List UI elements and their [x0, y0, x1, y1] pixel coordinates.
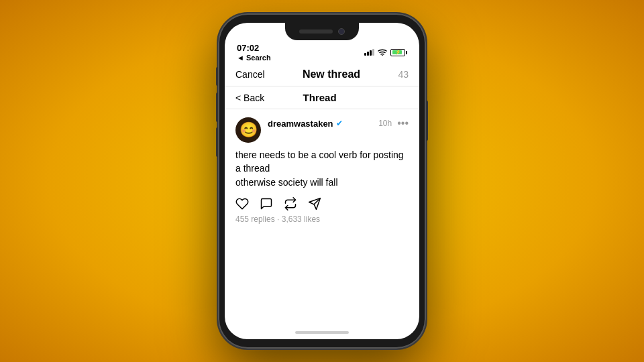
status-time: 07:02 [237, 43, 271, 53]
post-meta: dreamwastaken ✔ 10h ••• [268, 117, 409, 129]
speaker [299, 29, 333, 34]
post-time: 10h [378, 119, 392, 128]
home-indicator [225, 326, 419, 339]
post-header: 😊 dreamwastaken ✔ 10h ••• [235, 117, 409, 143]
avatar-image: 😊 [239, 121, 258, 139]
post-area: 😊 dreamwastaken ✔ 10h ••• there needs to… [225, 109, 419, 326]
phone-screen: 07:02 ◄ Search [225, 23, 419, 339]
back-button[interactable]: < Back [235, 93, 264, 103]
action-bar [235, 197, 409, 210]
avatar[interactable]: 😊 [235, 117, 261, 143]
front-camera [338, 28, 345, 35]
volume-up-button [216, 93, 218, 122]
share-button[interactable] [308, 197, 321, 210]
cancel-button[interactable]: Cancel [235, 69, 265, 80]
signal-bar-3 [370, 50, 372, 56]
volume-down-button [216, 127, 218, 157]
char-count: 43 [398, 69, 409, 80]
svg-point-0 [382, 54, 383, 55]
signal-bar-4 [372, 49, 374, 56]
post-stats: 455 replies · 3,633 likes [235, 215, 409, 224]
repost-button[interactable] [284, 197, 297, 210]
signal-bar-2 [367, 52, 369, 56]
post-text-line2: otherwise society will fall [235, 177, 338, 188]
comment-button[interactable] [260, 197, 273, 210]
wifi-icon [378, 48, 387, 57]
battery-icon: ⚡ [390, 49, 407, 56]
new-thread-header: Cancel New thread 43 [225, 64, 419, 86]
status-left: 07:02 ◄ Search [237, 43, 271, 62]
phone-frame: 07:02 ◄ Search [218, 13, 426, 349]
like-button[interactable] [235, 197, 249, 210]
mute-button [216, 67, 218, 86]
home-bar [295, 331, 349, 334]
more-button[interactable]: ••• [397, 117, 409, 129]
status-right: ⚡ [364, 48, 407, 57]
inner-nav: < Back Thread [225, 86, 419, 109]
username[interactable]: dreamwastaken [268, 119, 333, 129]
signal-bars [364, 49, 374, 56]
post-text-line1: there needs to be a cool verb for postin… [235, 149, 404, 174]
notch [285, 23, 359, 40]
new-thread-title: New thread [303, 68, 360, 80]
post-text: there needs to be a cool verb for postin… [235, 148, 409, 189]
power-button [426, 101, 428, 141]
status-search: ◄ Search [237, 54, 271, 62]
signal-bar-1 [364, 53, 366, 56]
thread-title: Thread [303, 92, 337, 103]
verified-icon: ✔ [336, 119, 343, 128]
